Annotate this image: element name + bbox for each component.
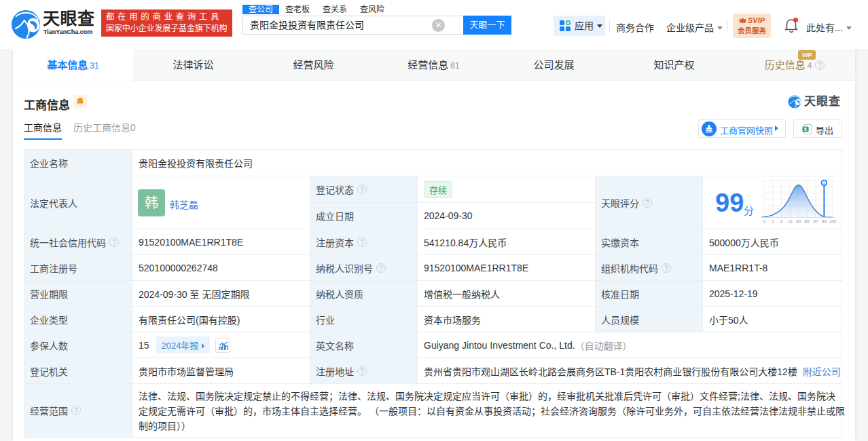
svg-text:0: 0 (763, 219, 765, 224)
svg-text:50: 50 (796, 219, 801, 224)
svg-text:100: 100 (829, 219, 837, 224)
svg-text:99: 99 (822, 219, 827, 224)
svg-text:16: 16 (787, 219, 793, 224)
svg-text:1: 1 (772, 219, 774, 224)
svg-text:97: 97 (813, 219, 818, 224)
svg-text:85: 85 (805, 219, 810, 224)
svg-text:3: 3 (780, 219, 783, 224)
